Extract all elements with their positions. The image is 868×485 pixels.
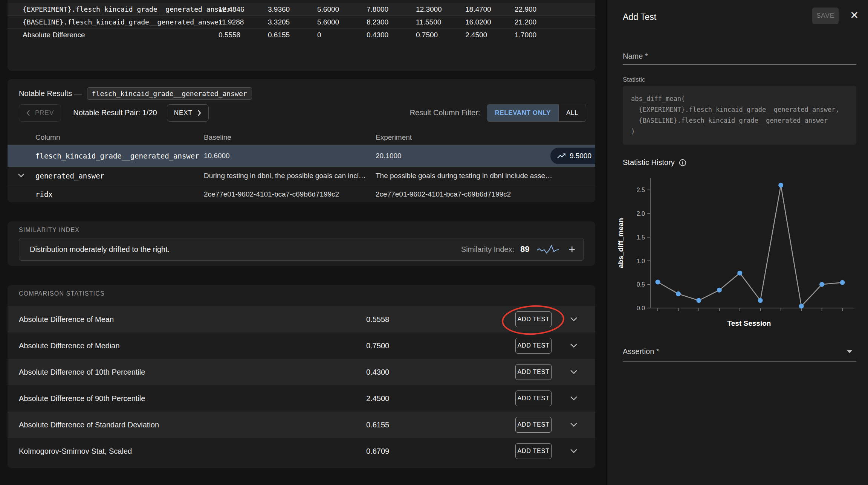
pair-counter: Notable Result Pair: 1/20: [73, 108, 157, 117]
cell-column-name: ridx: [8, 190, 204, 198]
table-row[interactable]: ridx 2ce77e01-9602-4101-bca7-c69b6d7199c…: [8, 185, 595, 202]
row-label: {EXPERIMENT}.flesch_kincaid_grade__gener…: [23, 5, 219, 13]
close-icon[interactable]: ✕: [850, 9, 859, 21]
stat-value: 0.5558: [366, 315, 389, 324]
code-line: ): [631, 126, 848, 137]
table-row-selected[interactable]: flesch_kincaid_grade__generated_answer 1…: [8, 145, 595, 167]
filter-all-toggle[interactable]: ALL: [559, 104, 586, 121]
section-label: SIMILARITY INDEX: [19, 227, 79, 233]
save-button[interactable]: SAVE: [812, 8, 839, 24]
table-row[interactable]: generated_answer During testing in dbnl,…: [8, 167, 595, 185]
cell-value: 5.6000: [317, 5, 367, 14]
cell-value: 22.900: [515, 5, 564, 14]
stat-value: 0.7500: [366, 342, 389, 350]
cell-value: 12.3000: [416, 5, 465, 14]
cell-value: 0.7500: [416, 31, 465, 39]
cell-experiment: The possible goals during testing in dbn…: [376, 172, 595, 180]
cell-baseline: 10.6000: [204, 152, 376, 160]
table-row: {EXPERIMENT}.flesch_kincaid_grade__gener…: [8, 3, 595, 16]
code-line: {BASELINE}.flesch_kincaid_grade__generat…: [631, 115, 848, 126]
assertion-select[interactable]: Assertion *: [623, 342, 856, 361]
stat-value: 2.4500: [366, 394, 389, 403]
chevron-down-icon[interactable]: [570, 343, 578, 349]
table-header-row: Column Baseline Experiment: [8, 130, 595, 145]
chevron-down-icon[interactable]: [570, 448, 578, 454]
filter-relevant-only-toggle[interactable]: RELEVANT ONLY: [487, 104, 559, 121]
cell-value: 11.9288: [219, 18, 268, 26]
similarity-message: Distribution moderately drifted to the r…: [30, 245, 170, 254]
cell-value: 5.6000: [317, 18, 367, 26]
cell-experiment: 2ce77e01-9602-4101-bca7-c69b6d7199c2: [376, 190, 595, 198]
stat-label: Absolute Difference of Mean: [19, 315, 114, 324]
svg-text:Test Session: Test Session: [727, 319, 771, 327]
add-test-button[interactable]: ADD TEST: [515, 390, 552, 406]
stat-label: Absolute Difference of 10th Percentile: [19, 368, 145, 377]
cell-column-name: generated_answer: [8, 172, 204, 180]
trend-badge-value: 9.5000: [570, 152, 591, 160]
similarity-index-cluster: Similarity Index: 89 +: [461, 244, 578, 255]
add-test-button[interactable]: ADD TEST: [515, 311, 552, 327]
cell-value: 3.9360: [268, 5, 317, 14]
cell-column-name: flesch_kincaid_grade__generated_answer: [8, 152, 204, 160]
add-test-button[interactable]: ADD TEST: [515, 417, 552, 433]
svg-text:0.0: 0.0: [637, 305, 645, 311]
column-header: Column: [8, 133, 204, 142]
notable-results-card: Notable Results — flesch_kincaid_grade__…: [8, 79, 595, 202]
similarity-index-label: Similarity Index:: [461, 245, 514, 254]
comparison-row: Absolute Difference of 10th Percentile 0…: [8, 359, 595, 385]
add-test-button[interactable]: ADD TEST: [515, 364, 552, 380]
stat-value: 0.6155: [366, 421, 389, 429]
cell-value: 1.7000: [515, 31, 564, 39]
assertion-select-label: Assertion *: [623, 347, 659, 356]
trend-badge[interactable]: 9.5000: [550, 148, 595, 164]
table-row: {BASELINE}.flesch_kincaid_grade__generat…: [8, 16, 595, 29]
chevron-down-icon[interactable]: [570, 317, 578, 322]
info-icon[interactable]: [679, 159, 687, 167]
chevron-down-icon[interactable]: [570, 369, 578, 375]
summary-statistics-table: {EXPERIMENT}.flesch_kincaid_grade__gener…: [8, 0, 595, 71]
prev-button[interactable]: PREV: [19, 104, 61, 122]
add-similarity-test-button[interactable]: +: [566, 244, 578, 255]
row-label: Absolute Difference: [23, 31, 219, 39]
svg-text:0.5: 0.5: [637, 281, 645, 288]
add-test-drawer: Add Test SAVE ✕ Name * Statistic abs_dif…: [606, 0, 868, 485]
svg-text:abs_diff_mean: abs_diff_mean: [617, 218, 625, 268]
statistic-label: Statistic: [623, 76, 645, 84]
svg-text:1.0: 1.0: [637, 258, 645, 264]
notable-results-title: Notable Results — flesch_kincaid_grade__…: [19, 87, 252, 100]
add-test-button[interactable]: ADD TEST: [515, 338, 552, 354]
dropdown-caret-icon: [847, 350, 853, 353]
chevron-left-icon: [26, 109, 31, 117]
stat-label: Absolute Difference of 90th Percentile: [19, 394, 145, 403]
notable-results-title-text: Notable Results —: [19, 89, 82, 98]
comparison-row: Absolute Difference of Standard Deviatio…: [8, 412, 595, 438]
statistic-history-chart: 0.00.51.01.52.02.5abs_diff_meanTest Sess…: [613, 169, 861, 336]
cell-value: 8.2300: [367, 18, 416, 26]
name-field-label: Name *: [623, 52, 648, 61]
next-button-label: NEXT: [174, 109, 193, 117]
name-field[interactable]: Name *: [623, 45, 856, 65]
column-header: Experiment: [376, 133, 595, 142]
stat-label: Absolute Difference of Median: [19, 342, 120, 350]
comparison-rows: Absolute Difference of Mean 0.5558 ADD T…: [8, 306, 595, 464]
add-test-button[interactable]: ADD TEST: [515, 443, 552, 459]
comparison-row: Kolmogorov-Smirnov Stat, Scaled 0.6709 A…: [8, 438, 595, 464]
comparison-row: Absolute Difference of Median 0.7500 ADD…: [8, 332, 595, 359]
comparison-statistics-card: COMPARISON STATISTICS Absolute Differenc…: [8, 285, 595, 468]
code-line: abs_diff_mean(: [631, 93, 848, 104]
stat-value: 0.4300: [366, 368, 389, 377]
code-line: {EXPERIMENT}.flesch_kincaid_grade__gener…: [631, 104, 848, 115]
next-button[interactable]: NEXT: [167, 104, 209, 122]
cell-value: 16.0200: [465, 18, 515, 26]
filter-toggle-group: RELEVANT ONLY ALL: [487, 104, 586, 122]
expand-row-chevron-icon[interactable]: [17, 172, 25, 180]
result-column-filter: Result Column Filter: RELEVANT ONLY ALL: [410, 104, 586, 122]
prev-button-label: PREV: [35, 109, 54, 117]
chevron-down-icon[interactable]: [570, 396, 578, 401]
statistic-history-label: Statistic History: [623, 158, 687, 167]
chevron-down-icon[interactable]: [570, 422, 578, 428]
chevron-right-icon: [197, 109, 202, 117]
cell-value: 18.4700: [465, 5, 515, 14]
similarity-box: Distribution moderately drifted to the r…: [19, 238, 584, 261]
similarity-index-card: SIMILARITY INDEX Distribution moderately…: [8, 221, 595, 266]
